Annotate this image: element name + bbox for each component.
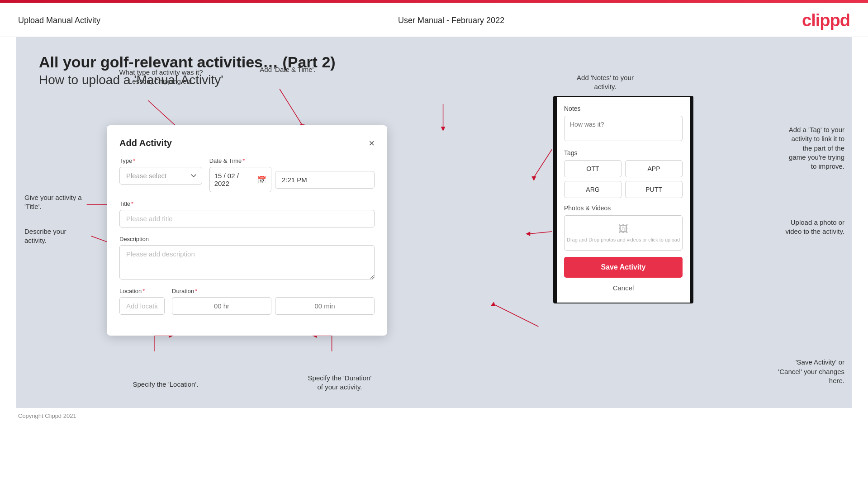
- photos-hint: Drag and Drop photos and videos or click…: [567, 237, 680, 242]
- title-input[interactable]: [119, 210, 375, 227]
- svg-line-17: [534, 149, 552, 177]
- location-group: Location*: [119, 288, 165, 315]
- copyright: Copyright Clippd 2021: [18, 412, 76, 419]
- annotation-title: Give your activity a'Title'.: [24, 193, 97, 212]
- tag-putt[interactable]: PUTT: [625, 181, 683, 198]
- svg-marker-16: [441, 127, 446, 131]
- time-input[interactable]: [275, 171, 375, 189]
- duration-label: Duration*: [172, 288, 375, 294]
- date-input[interactable]: 15 / 02 / 2022 📅: [209, 167, 271, 192]
- cancel-link[interactable]: Cancel: [564, 282, 683, 295]
- notes-textarea[interactable]: [564, 116, 683, 141]
- phone-inner: Notes Tags OTT APP ARG PUTT Photos & Vid…: [557, 97, 690, 303]
- main-content: All your golf-relevant activities… (Part…: [16, 37, 852, 408]
- svg-line-21: [493, 304, 538, 327]
- photo-icon: 🖼: [618, 223, 628, 235]
- location-duration-row: Location* Duration*: [119, 288, 375, 315]
- annotation-duration: Specify the 'Duration'of your activity.: [283, 374, 396, 392]
- svg-marker-18: [531, 176, 536, 181]
- save-activity-button[interactable]: Save Activity: [564, 257, 683, 278]
- annotation-describe: Describe youractivity.: [24, 227, 95, 246]
- svg-marker-22: [491, 302, 495, 306]
- duration-inputs: [172, 297, 375, 315]
- header-center: User Manual - February 2022: [398, 16, 504, 25]
- phone-panel: Notes Tags OTT APP ARG PUTT Photos & Vid…: [553, 96, 693, 303]
- type-group: Type* Please select: [119, 157, 202, 192]
- annotation-save: 'Save Activity' or'Cancel' your changesh…: [745, 358, 844, 385]
- close-button[interactable]: ×: [369, 138, 375, 148]
- tags-grid: OTT APP ARG PUTT: [564, 160, 683, 198]
- photos-dropzone[interactable]: 🖼 Drag and Drop photos and videos or cli…: [564, 215, 683, 251]
- duration-min-input[interactable]: [275, 297, 375, 315]
- type-label: Type*: [119, 157, 202, 164]
- header: Upload Manual Activity User Manual - Feb…: [0, 3, 868, 37]
- annotation-activity-type: What type of activity was it?Lesson, Chi…: [107, 68, 215, 86]
- tags-label: Tags: [564, 149, 683, 156]
- annotation-date-time: Add 'Date & Time'.: [238, 65, 337, 74]
- title-group: Title*: [119, 200, 375, 227]
- location-input[interactable]: [119, 297, 165, 315]
- notes-section-label: Notes: [564, 105, 683, 112]
- dialog-header: Add Activity ×: [119, 138, 375, 148]
- annotation-notes: Add 'Notes' to youractivity.: [560, 73, 650, 92]
- tag-app[interactable]: APP: [625, 160, 683, 177]
- add-activity-dialog: Add Activity × Type* Please select Date …: [107, 125, 387, 336]
- photos-label: Photos & Videos: [564, 204, 683, 212]
- description-textarea[interactable]: [119, 245, 375, 280]
- annotation-tag: Add a 'Tag' to youractivity to link it t…: [727, 125, 844, 171]
- dialog-title: Add Activity: [119, 138, 172, 148]
- footer: Copyright Clippd 2021: [0, 408, 868, 424]
- svg-line-0: [148, 100, 175, 125]
- type-select[interactable]: Please select: [119, 167, 202, 185]
- location-label: Location*: [119, 288, 165, 294]
- svg-marker-20: [526, 232, 530, 236]
- tag-arg[interactable]: ARG: [564, 181, 621, 198]
- duration-group: Duration*: [172, 288, 375, 315]
- annotation-location: Specify the 'Location'.: [116, 380, 215, 389]
- svg-line-3: [280, 89, 302, 125]
- date-time-inputs: 15 / 02 / 2022 📅: [209, 167, 375, 192]
- calendar-icon: 📅: [257, 175, 266, 184]
- description-label: Description: [119, 236, 375, 242]
- logo: clippd: [802, 11, 850, 30]
- date-time-group: Date & Time* 15 / 02 / 2022 📅: [209, 157, 375, 192]
- description-group: Description: [119, 236, 375, 280]
- header-left: Upload Manual Activity: [18, 16, 100, 25]
- title-field-label: Title*: [119, 200, 375, 207]
- svg-line-19: [529, 232, 552, 234]
- type-date-row: Type* Please select Date & Time* 15 / 02…: [119, 157, 375, 192]
- duration-hr-input[interactable]: [172, 297, 271, 315]
- tag-ott[interactable]: OTT: [564, 160, 621, 177]
- annotation-photo: Upload a photo orvideo to the activity.: [754, 218, 844, 237]
- date-time-label: Date & Time*: [209, 157, 375, 164]
